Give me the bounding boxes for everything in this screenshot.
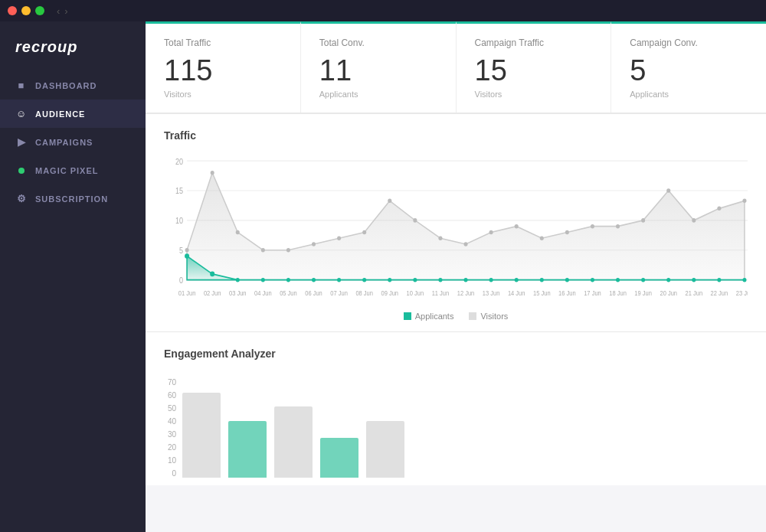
stat-total-traffic: Total Traffic 115 Visitors [146, 21, 301, 113]
svg-point-35 [236, 278, 240, 282]
bar-group-2 [228, 378, 267, 478]
svg-text:04 Jun: 04 Jun [254, 289, 272, 296]
stat-campaign-conv: Campaign Conv. 5 Applicants [611, 21, 766, 113]
svg-point-48 [565, 278, 569, 282]
svg-point-44 [464, 278, 468, 282]
sidebar-label-campaigns: Campaigns [35, 138, 93, 147]
traffic-title: Traffic [164, 129, 748, 142]
svg-point-31 [717, 207, 721, 211]
magic-pixel-icon [15, 165, 28, 176]
svg-text:01 Jun: 01 Jun [178, 289, 196, 296]
svg-point-15 [312, 242, 316, 246]
svg-point-21 [464, 242, 468, 246]
stat-total-conv-title: Total Conv. [319, 38, 437, 48]
svg-point-29 [666, 188, 670, 193]
svg-point-47 [540, 278, 544, 282]
bar-group-3 [274, 378, 313, 478]
sidebar-label-subscription: Subscription [35, 194, 108, 204]
svg-point-14 [286, 248, 290, 253]
svg-text:03 Jun: 03 Jun [229, 289, 247, 296]
svg-text:23 Jun: 23 Jun [736, 289, 748, 296]
svg-point-24 [540, 236, 544, 240]
close-button[interactable] [8, 6, 17, 15]
stat-campaign-traffic-title: Campaign Traffic [475, 38, 593, 48]
svg-point-49 [591, 278, 594, 282]
svg-text:0: 0 [179, 276, 183, 286]
stat-total-conv-value: 11 [319, 56, 437, 85]
traffic-svg: 20 15 10 5 0 [164, 152, 748, 305]
maximize-button[interactable] [35, 6, 44, 15]
stat-campaign-conv-title: Campaign Conv. [630, 38, 748, 48]
bar-gray-3 [274, 406, 313, 478]
bar-gray-1 [182, 393, 221, 478]
sidebar-item-subscription[interactable]: ⚙ Subscription [0, 184, 146, 213]
sidebar-label-magic-pixel: Magic Pixel [35, 166, 99, 175]
bar-group-4 [320, 378, 358, 478]
svg-text:13 Jun: 13 Jun [483, 289, 500, 296]
stat-total-conv-sub: Applicants [319, 90, 437, 99]
sidebar-label-dashboard: Dashboard [35, 81, 97, 90]
logo: recroup [0, 29, 146, 71]
svg-text:12 Jun: 12 Jun [457, 289, 475, 296]
legend-visitors: Visitors [469, 312, 508, 321]
svg-text:09 Jun: 09 Jun [381, 289, 399, 296]
svg-point-12 [236, 230, 240, 235]
svg-point-39 [337, 278, 341, 282]
traffic-legend: Applicants Visitors [164, 305, 748, 324]
stat-campaign-traffic-value: 15 [475, 56, 593, 85]
stat-campaign-conv-sub: Applicants [630, 90, 748, 99]
engagement-bars [182, 378, 748, 478]
svg-point-45 [489, 278, 493, 282]
nav-arrows: ‹ › [57, 5, 68, 17]
svg-point-46 [515, 278, 519, 282]
applicants-dot [404, 312, 411, 320]
bar-gray-5 [366, 421, 404, 478]
stat-campaign-traffic-sub: Visitors [475, 90, 593, 99]
svg-text:07 Jun: 07 Jun [330, 289, 348, 296]
svg-point-16 [337, 236, 341, 240]
svg-point-40 [362, 278, 366, 282]
svg-point-17 [362, 230, 366, 235]
bar-group-1 [182, 378, 221, 478]
svg-point-37 [286, 278, 290, 282]
back-icon[interactable]: ‹ [57, 5, 60, 17]
engagement-title: Engagement Analyzer [164, 348, 748, 360]
svg-point-22 [489, 230, 493, 235]
sidebar: recroup ■ Dashboard ☺ Audience ▶ Campaig… [0, 21, 146, 532]
svg-point-55 [742, 278, 746, 282]
svg-point-18 [388, 199, 391, 204]
audience-icon: ☺ [15, 108, 28, 119]
visitors-label: Visitors [480, 312, 508, 321]
forward-icon[interactable]: › [64, 5, 67, 17]
svg-point-28 [641, 218, 645, 223]
subscription-icon: ⚙ [15, 193, 28, 204]
stat-total-traffic-title: Total Traffic [164, 38, 282, 48]
engagement-chart: 0 10 20 30 40 50 60 70 [164, 370, 748, 478]
svg-text:10 Jun: 10 Jun [407, 289, 424, 296]
sidebar-item-campaigns[interactable]: ▶ Campaigns [0, 128, 146, 156]
title-bar: ‹ › [0, 0, 766, 21]
svg-point-51 [641, 278, 645, 282]
svg-text:17 Jun: 17 Jun [584, 289, 601, 296]
svg-text:10: 10 [175, 217, 183, 226]
stat-total-traffic-sub: Visitors [164, 90, 282, 99]
stat-campaign-traffic: Campaign Traffic 15 Visitors [457, 21, 612, 113]
svg-point-13 [261, 248, 265, 253]
svg-point-27 [616, 224, 620, 229]
bar-teal-2 [228, 421, 267, 478]
svg-point-53 [692, 278, 696, 282]
svg-point-43 [438, 278, 442, 282]
svg-point-54 [717, 278, 721, 282]
svg-point-34 [210, 272, 214, 277]
svg-point-19 [413, 218, 417, 223]
traffic-section: Traffic 20 15 10 5 0 [146, 114, 766, 332]
sidebar-item-magic-pixel[interactable]: Magic Pixel [0, 156, 146, 184]
svg-point-50 [616, 278, 620, 282]
sidebar-item-dashboard[interactable]: ■ Dashboard [0, 71, 146, 100]
dashboard-icon: ■ [15, 80, 28, 91]
sidebar-item-audience[interactable]: ☺ Audience [0, 100, 146, 128]
applicants-label: Applicants [415, 312, 454, 321]
svg-text:14 Jun: 14 Jun [508, 289, 525, 296]
minimize-button[interactable] [21, 6, 31, 15]
engagement-section: Engagement Analyzer 0 10 20 30 40 50 60 … [146, 332, 766, 485]
